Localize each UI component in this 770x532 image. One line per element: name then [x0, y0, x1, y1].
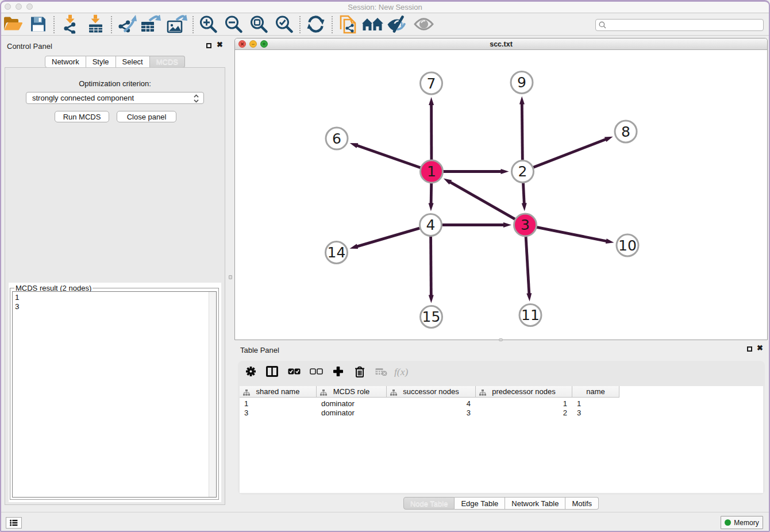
table-panel-close-icon[interactable]: ✖ [757, 343, 763, 353]
show-all-icon[interactable] [414, 18, 434, 31]
table-cell: 4 [386, 399, 471, 408]
mcds-result-textarea[interactable]: 13 [12, 291, 217, 498]
graph-node-14[interactable]: 14 [326, 242, 348, 264]
edge-4-14[interactable] [350, 228, 420, 249]
save-session-icon[interactable] [29, 16, 47, 33]
node-label: 8 [621, 124, 630, 140]
run-mcds-button[interactable]: Run MCDS [55, 111, 109, 122]
open-file-icon[interactable] [3, 16, 24, 33]
graph-node-11[interactable]: 11 [519, 304, 541, 326]
zoom-out-icon[interactable] [224, 15, 243, 34]
toolbar-separator [53, 16, 55, 33]
table-toolbar-box: f(x) shared name MCDS role successor nod… [238, 361, 765, 495]
control-panel-tabs: NetworkStyleSelectMCDS [45, 56, 185, 68]
refresh-icon[interactable] [307, 16, 325, 33]
network-window-titlebar[interactable]: ✕ − + scc.txt [235, 38, 767, 50]
tab-motifs[interactable]: Motifs [565, 497, 599, 510]
graph-node-6[interactable]: 6 [326, 128, 348, 149]
edge-1-7[interactable] [429, 97, 434, 160]
table-cell: 1 [244, 399, 316, 408]
add-row-icon[interactable] [333, 366, 344, 377]
column-header-label: predecessor nodes [476, 387, 572, 396]
node-label: 3 [521, 217, 530, 233]
graph-node-2[interactable]: 2 [512, 161, 534, 183]
graph-node-3[interactable]: 3 [514, 214, 537, 236]
column-header-predecessor-nodes[interactable]: predecessor nodes [476, 386, 572, 398]
result-scrollbar[interactable] [209, 292, 216, 497]
edge-1-6[interactable] [350, 143, 421, 168]
tab-style[interactable]: Style [86, 56, 116, 68]
delete-table-icon[interactable] [355, 366, 365, 377]
column-header-successor-nodes[interactable]: successor nodes [387, 386, 476, 398]
column-header-shared-name[interactable]: shared name [240, 386, 317, 398]
edge-3-11[interactable] [526, 237, 532, 302]
import-table-icon[interactable] [86, 15, 105, 34]
table-row[interactable]: 1dominator411 [240, 399, 763, 408]
graph-node-15[interactable]: 15 [421, 306, 442, 328]
tab-network-table[interactable]: Network Table [505, 497, 565, 510]
graph-node-1[interactable]: 1 [421, 160, 443, 183]
column-header-MCDS-role[interactable]: MCDS role [317, 386, 387, 398]
import-network-icon[interactable] [60, 15, 80, 34]
edge-2-8[interactable] [533, 137, 613, 168]
tab-select[interactable]: Select [116, 56, 150, 68]
graph-node-4[interactable]: 4 [420, 214, 442, 236]
deselect-all-icon[interactable] [310, 368, 323, 375]
split-pane-handle[interactable] [229, 275, 232, 279]
column-header-name[interactable]: name [572, 386, 619, 398]
zoom-in-icon[interactable] [199, 15, 218, 34]
node-label: 14 [328, 244, 346, 261]
hide-selected-icon[interactable] [387, 16, 409, 33]
edge-2-3[interactable] [522, 183, 527, 211]
edge-1-2[interactable] [443, 169, 509, 174]
column-header-label: successor nodes [387, 387, 475, 396]
edge-arrowhead [429, 97, 434, 105]
tab-network[interactable]: Network [45, 56, 86, 68]
table-toolbar: f(x) [238, 361, 765, 382]
table-cell: 1 [577, 399, 619, 408]
table-split-handle[interactable] [499, 338, 503, 341]
edge-arrowhead [519, 97, 525, 105]
graph-node-7[interactable]: 7 [421, 72, 442, 94]
edge-arrowhead [526, 293, 532, 301]
tab-node-table[interactable]: Node Table [403, 497, 455, 510]
export-network-icon[interactable] [116, 15, 137, 33]
edge-3-10[interactable] [537, 227, 614, 244]
search-input[interactable] [606, 21, 763, 29]
select-all-icon[interactable] [288, 368, 301, 375]
select-spinner-icon [193, 94, 199, 105]
graph-node-9[interactable]: 9 [511, 72, 533, 94]
split-columns-icon[interactable] [266, 366, 278, 377]
edge-4-15[interactable] [429, 237, 434, 303]
graph-node-10[interactable]: 10 [617, 234, 638, 256]
network-canvas[interactable]: 1 2 3 4 6 7 8 9 10 11 14 15 [235, 50, 767, 340]
edge-4-3[interactable] [442, 222, 512, 228]
tab-mcds[interactable]: MCDS [150, 56, 185, 68]
memory-button[interactable]: Memory [721, 516, 763, 529]
edge-1-4[interactable] [429, 183, 434, 211]
column-header-label: MCDS role [317, 387, 386, 396]
search-box[interactable] [595, 19, 764, 31]
export-table-icon[interactable] [140, 15, 161, 33]
column-type-icon [390, 389, 397, 398]
edge-3-1[interactable] [444, 178, 515, 219]
criterion-select[interactable]: strongly connected component [26, 92, 204, 104]
task-history-button[interactable] [6, 517, 22, 529]
control-panel-close-icon[interactable]: ✖ [217, 40, 223, 50]
zoom-selected-icon[interactable] [275, 15, 294, 34]
graph-node-8[interactable]: 8 [615, 121, 637, 142]
control-panel-float-icon[interactable] [206, 43, 211, 48]
edge-arrowhead [522, 203, 527, 211]
export-image-icon[interactable] [166, 15, 188, 33]
gear-icon[interactable] [246, 367, 256, 376]
clone-network-icon[interactable] [338, 14, 357, 34]
zoom-fit-icon[interactable] [249, 15, 268, 34]
edge-2-9[interactable] [519, 97, 525, 160]
table-row[interactable]: 3dominator323 [240, 408, 763, 418]
table-panel-float-icon[interactable] [747, 346, 752, 352]
tab-edge-table[interactable]: Edge Table [455, 497, 505, 510]
close-panel-button[interactable]: Close panel [117, 111, 176, 122]
table-cell: dominator [321, 408, 386, 418]
first-neighbors-icon[interactable] [361, 17, 384, 32]
network-view-window: ✕ − + scc.txt [234, 38, 768, 340]
